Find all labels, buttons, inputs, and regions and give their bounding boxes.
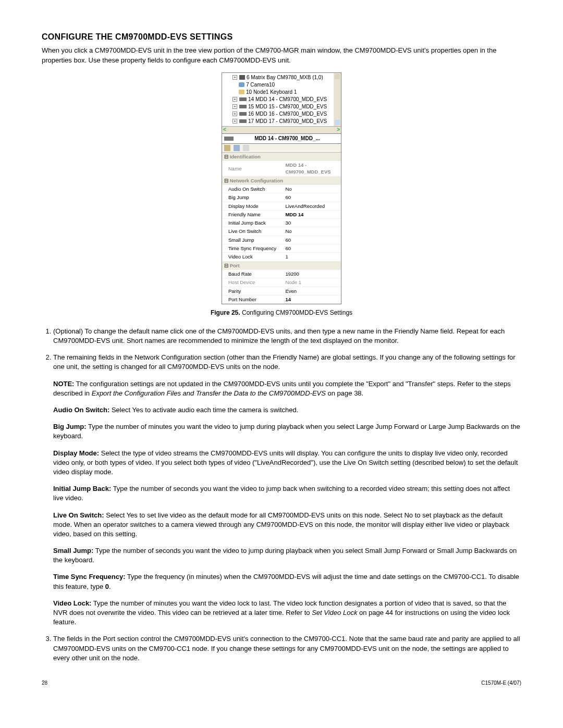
- tree-node-icon: [239, 105, 247, 108]
- prop-value[interactable]: LiveAndRecorded: [279, 202, 341, 210]
- time-sync-desc: Time Sync Frequency: Type the frequency …: [53, 572, 521, 591]
- prop-value[interactable]: No: [279, 227, 341, 236]
- prop-row[interactable]: Time Sync Frequency60: [222, 244, 341, 253]
- live-on-switch-desc: Live On Switch: Select Yes to set live v…: [53, 511, 521, 539]
- expand-icon[interactable]: +: [232, 104, 237, 109]
- tree-item[interactable]: +6 Matrix Bay CM9780_MXB (1,0): [232, 74, 332, 81]
- expand-icon[interactable]: +: [232, 75, 237, 80]
- doc-id: C1570M-E (4/07): [481, 680, 521, 687]
- prop-key: Time Sync Frequency: [222, 244, 279, 253]
- tree-item[interactable]: 10 Node1 Keyboard 1: [232, 89, 332, 96]
- prop-value[interactable]: 14: [279, 295, 341, 303]
- tree-item[interactable]: 7 Camera10: [232, 81, 332, 89]
- prop-row[interactable]: NameMDD 14 - CM9700_MDD_EVS: [222, 161, 341, 177]
- tree-item-label: 7 Camera10: [246, 81, 275, 89]
- prop-row[interactable]: Audio On SwitchNo: [222, 184, 341, 193]
- props-icon[interactable]: [243, 145, 249, 151]
- prop-section-header[interactable]: Network Configuration: [222, 176, 341, 184]
- step-2-note: NOTE: The configuration settings are not…: [53, 379, 521, 398]
- prop-value[interactable]: Even: [279, 287, 341, 295]
- expand-icon[interactable]: +: [232, 97, 237, 102]
- tree-item[interactable]: +16 MDD 16 - CM9700_MDD_EVS: [232, 110, 332, 118]
- prop-key: Small Jump: [222, 236, 279, 244]
- prop-value[interactable]: 30: [279, 219, 341, 227]
- scroll-left-icon[interactable]: <: [223, 126, 226, 133]
- prop-row[interactable]: Video Lock1: [222, 253, 341, 261]
- prop-value[interactable]: 19200: [279, 269, 341, 278]
- tree-h-scrollbar[interactable]: < >: [222, 126, 341, 133]
- page-footer: 28 C1570M-E (4/07): [42, 680, 521, 687]
- prop-row[interactable]: ParityEven: [222, 287, 341, 295]
- tree-item[interactable]: +15 MDD 15 - CM9700_MDD_EVS: [232, 103, 332, 110]
- prop-value[interactable]: MDD 14: [279, 210, 341, 218]
- prop-key: Port Number: [222, 295, 279, 303]
- expand-icon[interactable]: +: [232, 112, 237, 116]
- prop-section-header[interactable]: Identification: [222, 153, 341, 161]
- prop-row[interactable]: Baud Rate19200: [222, 269, 341, 278]
- tree-node-icon: [239, 119, 247, 123]
- prop-key: Parity: [222, 287, 279, 295]
- prop-row[interactable]: Port Number14: [222, 295, 341, 303]
- tree-item-label: 6 Matrix Bay CM9780_MXB (1,0): [247, 74, 323, 81]
- tree-item-label: 14 MDD 14 - CM9700_MDD_EVS: [248, 96, 327, 103]
- prop-value[interactable]: 60: [279, 193, 341, 202]
- display-mode-desc: Display Mode: Select the type of video s…: [53, 449, 521, 477]
- prop-row[interactable]: Initial Jump Back30: [222, 219, 341, 227]
- expand-icon[interactable]: +: [232, 119, 237, 124]
- small-jump-desc: Small Jump: Type the number of seconds y…: [53, 546, 521, 565]
- prop-key: Host Device: [222, 278, 279, 287]
- step-3: The fields in the Port section control t…: [53, 634, 521, 663]
- settings-screenshot: +6 Matrix Bay CM9780_MXB (1,0)7 Camera10…: [222, 72, 341, 304]
- step-2: The remaining fields in the Network Conf…: [53, 353, 521, 627]
- prop-key: Video Lock: [222, 253, 279, 261]
- tree-item-label: 17 MDD 17 - CM9700_MDD_EVS: [248, 118, 327, 125]
- video-lock-desc: Video Lock: Type the number of minutes y…: [53, 599, 521, 627]
- page-heading: CONFIGURE THE CM9700MDD-EVS SETTINGS: [42, 31, 521, 43]
- scroll-right-icon[interactable]: >: [337, 126, 340, 133]
- categorized-icon[interactable]: [224, 145, 230, 151]
- prop-row[interactable]: Small Jump60: [222, 236, 341, 244]
- prop-key: Big Jump: [222, 193, 279, 202]
- prop-value[interactable]: 60: [279, 236, 341, 244]
- tree-node-icon: [239, 97, 247, 101]
- props-toolbar: [222, 144, 341, 153]
- prop-value[interactable]: No: [279, 184, 341, 193]
- figure-caption: Figure 25. Configuring CM9700MDD-EVS Set…: [42, 309, 521, 317]
- panel-title-text: MDD 14 - CM9700_MDD_...: [236, 135, 339, 142]
- prop-value[interactable]: 60: [279, 244, 341, 253]
- tree-node-icon: [239, 75, 245, 80]
- prop-row[interactable]: Friendly NameMDD 14: [222, 210, 341, 218]
- prop-row[interactable]: Host DeviceNode 1: [222, 278, 341, 287]
- intro-paragraph: When you click a CM9700MDD-EVS unit in t…: [42, 46, 521, 65]
- prop-section-header[interactable]: Port: [222, 261, 341, 269]
- audio-on-switch-desc: Audio On Switch: Select Yes to activate …: [53, 405, 521, 415]
- prop-value[interactable]: MDD 14 - CM9700_MDD_EVS: [279, 161, 341, 177]
- prop-value[interactable]: 1: [279, 253, 341, 261]
- tree-item-label: 15 MDD 15 - CM9700_MDD_EVS: [248, 103, 327, 110]
- tree-item[interactable]: +14 MDD 14 - CM9700_MDD_EVS: [232, 96, 332, 103]
- page-number: 28: [42, 680, 47, 687]
- step-2-intro: The remaining fields in the Network Conf…: [53, 353, 516, 371]
- initial-jump-back-desc: Initial Jump Back: Type the number of se…: [53, 484, 521, 503]
- tree-view: +6 Matrix Bay CM9780_MXB (1,0)7 Camera10…: [222, 73, 341, 133]
- tree-item[interactable]: +17 MDD 17 - CM9700_MDD_EVS: [232, 118, 332, 125]
- prop-value[interactable]: Node 1: [279, 278, 341, 287]
- tree-node-icon: [239, 90, 244, 94]
- prop-key: Friendly Name: [222, 210, 279, 218]
- prop-row[interactable]: Big Jump60: [222, 193, 341, 202]
- prop-key: Live On Switch: [222, 227, 279, 236]
- panel-title: MDD 14 - CM9700_MDD_...: [222, 133, 341, 144]
- sort-icon[interactable]: [234, 145, 240, 151]
- properties-grid: IdentificationNameMDD 14 - CM9700_MDD_EV…: [222, 153, 341, 304]
- prop-key: Initial Jump Back: [222, 219, 279, 227]
- prop-row[interactable]: Display ModeLiveAndRecorded: [222, 202, 341, 210]
- tree-item-label: 16 MDD 16 - CM9700_MDD_EVS: [248, 110, 327, 118]
- prop-key: Audio On Switch: [222, 184, 279, 193]
- big-jump-desc: Big Jump: Type the number of minutes you…: [53, 422, 521, 441]
- mdd-icon: [224, 137, 234, 141]
- step-1: (Optional) To change the default name cl…: [53, 327, 521, 346]
- prop-key: Name: [222, 161, 279, 177]
- prop-key: Baud Rate: [222, 269, 279, 278]
- tree-item-label: 10 Node1 Keyboard 1: [246, 89, 297, 96]
- prop-row[interactable]: Live On SwitchNo: [222, 227, 341, 236]
